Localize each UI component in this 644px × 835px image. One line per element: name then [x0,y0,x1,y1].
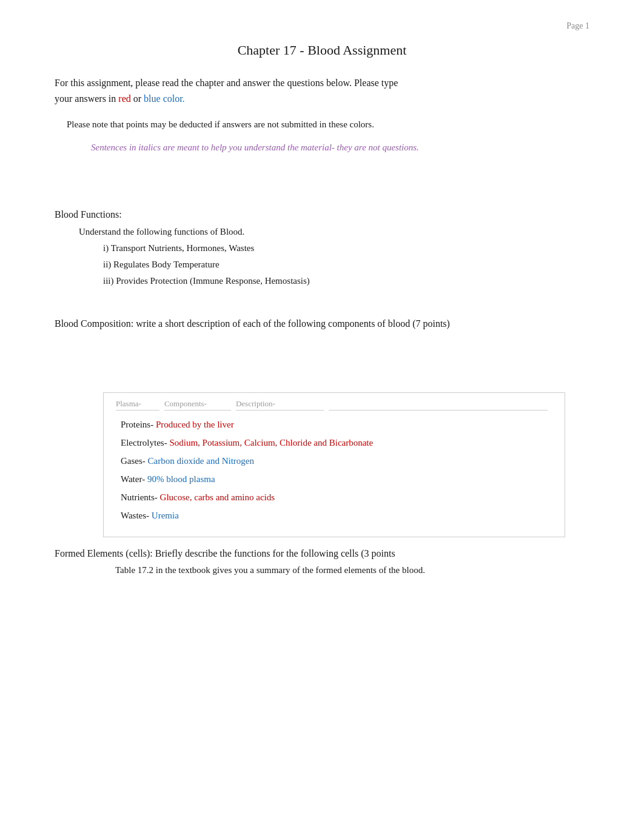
plasma-proteins-label: Proteins- [121,420,153,429]
blood-function-item-2: ii) Regulates Body Temperature [103,257,589,273]
page-number: Page 1 [566,21,589,31]
table-note: Table 17.2 in the textbook gives you a s… [115,563,589,577]
formed-elements-section: Formed Elements (cells): Briefly describ… [55,548,589,577]
plasma-water: Water- 90% blood plasma [116,470,552,488]
blood-function-item-1: i) Transport Nutrients, Hormones, Wastes [103,240,589,257]
note-text: Please note that points may be deducted … [67,117,589,132]
plasma-gases: Gases- Carbon dioxide and Nitrogen [116,452,552,470]
intro-red-word: red [118,93,130,104]
blood-functions-section: Blood Functions: Understand the followin… [55,209,589,289]
plasma-electrolytes: Electrolytes- Sodium, Potassium, Calcium… [116,434,552,452]
intro-blue-word: blue color. [144,93,185,104]
plasma-proteins-answer: Produced by the liver [156,420,234,429]
plasma-nutrients: Nutrients- Glucose, carbs and amino acid… [116,488,552,506]
plasma-electrolytes-answer: Sodium, Potassium, Calcium, Chloride and… [169,438,373,448]
italic-note: Sentences in italics are meant to help y… [91,140,589,155]
formed-elements-heading: Formed Elements (cells): Briefly describ… [55,548,589,559]
plasma-header-2: Components- [164,399,231,411]
intro-line2: your answers in [55,93,118,104]
plasma-water-answer: 90% blood plasma [147,474,215,484]
page: Page 1 Chapter 17 - Blood Assignment For… [0,0,644,835]
plasma-proteins: Proteins- Produced by the liver [116,415,552,434]
plasma-header-1: Plasma- [116,399,159,411]
plasma-header-row: Plasma- Components- Description- [116,399,552,411]
plasma-wastes: Wastes- Uremia [116,506,552,525]
plasma-electrolytes-label: Electrolytes- [121,438,167,448]
intro-line1: For this assignment, please read the cha… [55,78,398,88]
plasma-water-label: Water- [121,474,145,484]
plasma-header-3: Description- [236,399,324,411]
plasma-gases-answer: Carbon dioxide and Nitrogen [148,456,254,466]
blood-composition-section: Blood Composition: write a short descrip… [55,318,589,537]
plasma-header-4 [329,399,548,411]
plasma-wastes-answer: Uremia [152,511,179,520]
blood-composition-heading: Blood Composition: write a short descrip… [55,318,589,329]
plasma-wastes-label: Wastes- [121,511,149,520]
intro-middle-word: or [131,93,144,104]
page-title: Chapter 17 - Blood Assignment [55,42,589,58]
blood-functions-subheading: Understand the following functions of Bl… [79,224,589,240]
intro-paragraph: For this assignment, please read the cha… [55,75,589,106]
plasma-nutrients-label: Nutrients- [121,492,158,502]
plasma-nutrients-answer: Glucose, carbs and amino acids [160,492,275,502]
blood-functions-heading: Blood Functions: [55,209,589,220]
plasma-box: Plasma- Components- Description- Protein… [103,392,565,537]
blood-function-item-3: iii) Provides Protection (Immune Respons… [103,273,589,289]
plasma-gases-label: Gases- [121,456,146,466]
